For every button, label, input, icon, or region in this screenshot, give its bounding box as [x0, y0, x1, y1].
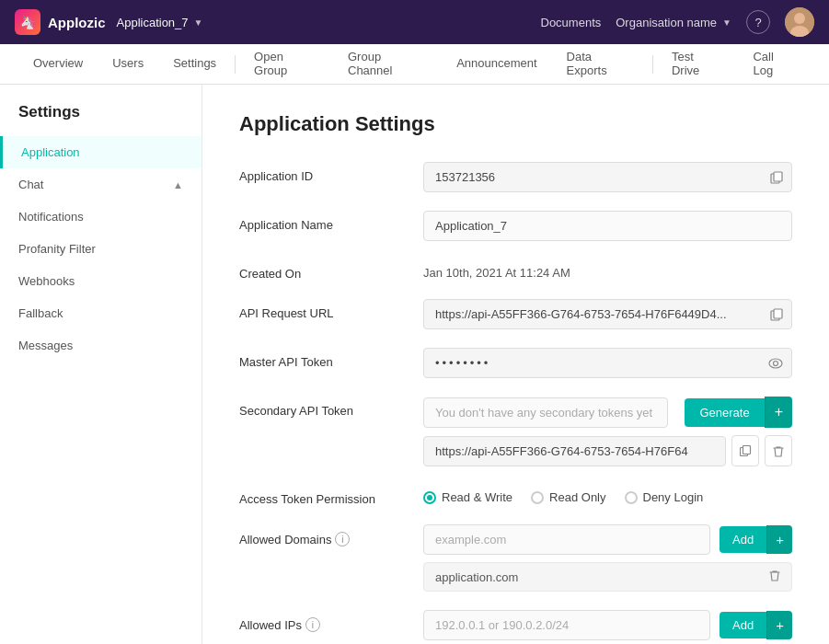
copy-api-url-button[interactable]	[768, 306, 785, 323]
logo-icon: 🦄	[15, 9, 40, 35]
api-request-url-input[interactable]	[423, 299, 792, 329]
copy-application-id-button[interactable]	[768, 169, 785, 186]
chevron-down-icon: ▼	[194, 17, 203, 28]
allowed-ips-control: Add + 192.0.6.6	[423, 610, 792, 644]
secondary-token-existing-row	[423, 435, 792, 466]
nav-announcement[interactable]: Announcement	[442, 44, 551, 85]
allowed-domains-input-row: Add +	[423, 524, 792, 555]
delete-secondary-token-button[interactable]	[765, 435, 792, 466]
allowed-ips-input-row: Add +	[423, 610, 792, 640]
page-title: Application Settings	[239, 112, 792, 136]
help-button[interactable]: ?	[746, 10, 770, 34]
documents-link[interactable]: Documents	[541, 16, 602, 29]
application-id-input[interactable]	[423, 162, 792, 192]
org-name: Organisation name	[616, 16, 717, 29]
copy-icon	[740, 445, 752, 457]
access-token-permission-row: Access Token Permission Read & Write Rea…	[239, 485, 792, 506]
api-request-url-control	[423, 299, 792, 329]
nav-settings[interactable]: Settings	[158, 44, 231, 85]
master-api-token-input[interactable]	[423, 348, 792, 378]
toggle-master-token-button[interactable]	[766, 356, 785, 371]
info-icon: i	[335, 532, 350, 546]
radio-deny-login-dot	[625, 491, 638, 504]
add-domain-button-group: Add +	[720, 525, 792, 554]
info-icon-2: i	[305, 617, 320, 632]
trash-icon	[769, 569, 780, 581]
chevron-down-icon: ▼	[722, 17, 731, 28]
radio-read-write-label: Read & Write	[442, 490, 512, 504]
allowed-domains-input[interactable]	[423, 524, 710, 555]
application-name-label: Application Name	[239, 211, 423, 232]
nav-open-group[interactable]: Open Group	[239, 44, 333, 85]
nav-overview[interactable]: Overview	[18, 44, 98, 85]
svg-point-1	[794, 13, 805, 24]
nav-group-channel[interactable]: Group Channel	[333, 44, 442, 85]
top-bar-right: Documents Organisation name ▼ ?	[541, 7, 815, 37]
existing-domain-text: application.com	[435, 570, 769, 584]
nav-divider	[235, 55, 236, 74]
logo-text: Applozic	[48, 15, 106, 30]
secondary-token-existing-input[interactable]	[423, 436, 726, 466]
radio-deny-login[interactable]: Deny Login	[625, 490, 704, 504]
copy-secondary-token-button[interactable]	[731, 435, 759, 466]
sidebar: Settings Application Chat ▲ Notification…	[0, 85, 202, 644]
radio-read-write[interactable]: Read & Write	[423, 490, 512, 504]
radio-read-only-dot	[531, 491, 544, 504]
sidebar-item-profanity-filter[interactable]: Profanity Filter	[0, 233, 201, 265]
application-name-input[interactable]	[423, 211, 792, 241]
svg-point-7	[769, 359, 782, 368]
add-domain-plus-button[interactable]: +	[766, 525, 792, 554]
nav-users[interactable]: Users	[98, 44, 158, 85]
app-selector[interactable]: Application_7 ▼	[117, 16, 203, 29]
copy-icon	[770, 171, 783, 184]
sidebar-item-application[interactable]: Application	[0, 136, 201, 168]
secondary-api-token-input[interactable]	[423, 397, 668, 428]
nav-divider-2	[652, 55, 653, 74]
svg-rect-10	[743, 445, 750, 454]
sidebar-item-messages[interactable]: Messages	[0, 329, 201, 362]
allowed-ips-input[interactable]	[423, 610, 710, 640]
master-api-token-control	[423, 348, 792, 378]
top-bar: 🦄 Applozic Application_7 ▼ Documents Org…	[0, 0, 829, 44]
application-id-row: Application ID	[239, 162, 792, 192]
eye-icon	[768, 358, 783, 369]
created-on-value: Jan 10th, 2021 At 11:24 AM	[423, 259, 792, 280]
secondary-api-token-control: Generate +	[423, 397, 792, 466]
add-ip-button[interactable]: Add	[720, 612, 766, 638]
application-id-label: Application ID	[239, 162, 423, 183]
trash-icon	[773, 445, 784, 457]
generate-button[interactable]: Generate	[685, 398, 764, 427]
avatar[interactable]	[785, 7, 814, 37]
sidebar-item-chat[interactable]: Chat ▲	[0, 168, 201, 201]
application-id-input-group	[423, 162, 792, 192]
svg-point-8	[774, 361, 778, 365]
nav-data-exports[interactable]: Data Exports	[552, 44, 649, 85]
nav-call-log[interactable]: Call Log	[738, 44, 811, 85]
svg-rect-6	[774, 309, 782, 318]
application-name-control	[423, 211, 792, 241]
secondary-api-token-row: Secondary API Token Generate +	[239, 397, 792, 466]
generate-plus-button[interactable]: +	[765, 397, 792, 428]
created-on-label: Created On	[239, 259, 423, 281]
sidebar-item-notifications[interactable]: Notifications	[0, 201, 201, 233]
sidebar-item-fallback[interactable]: Fallback	[0, 297, 201, 329]
org-selector[interactable]: Organisation name ▼	[616, 16, 731, 29]
secondary-api-token-label: Secondary API Token	[239, 397, 423, 418]
add-ip-plus-button[interactable]: +	[766, 611, 792, 639]
radio-read-only-label: Read Only	[549, 490, 605, 504]
access-token-permission-label: Access Token Permission	[239, 485, 423, 506]
created-on-text: Jan 10th, 2021 At 11:24 AM	[423, 259, 792, 280]
add-domain-button[interactable]: Add	[720, 526, 766, 553]
master-api-token-row: Master API Token	[239, 348, 792, 378]
delete-domain-button[interactable]	[769, 569, 780, 584]
svg-rect-4	[774, 172, 782, 181]
nav-test-drive[interactable]: Test Drive	[657, 44, 738, 85]
api-request-url-label: API Request URL	[239, 299, 423, 320]
app-logo[interactable]: 🦄 Applozic	[15, 9, 106, 35]
created-on-row: Created On Jan 10th, 2021 At 11:24 AM	[239, 259, 792, 281]
radio-read-only[interactable]: Read Only	[531, 490, 605, 504]
sidebar-item-webhooks[interactable]: Webhooks	[0, 265, 201, 297]
avatar-image	[785, 7, 814, 37]
api-request-url-row: API Request URL	[239, 299, 792, 329]
api-request-url-input-group	[423, 299, 792, 329]
